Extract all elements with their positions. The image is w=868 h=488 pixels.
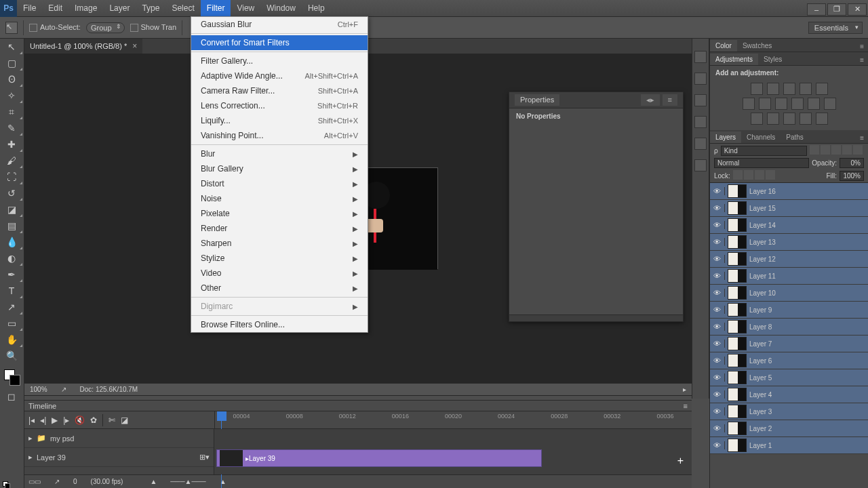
adj-levels-icon[interactable] xyxy=(767,83,779,95)
visibility-icon[interactable]: 👁 xyxy=(710,357,725,365)
layer-filter-icons[interactable] xyxy=(810,145,864,156)
visibility-icon[interactable]: 👁 xyxy=(710,373,725,382)
crop-tool-icon[interactable]: ⌗ xyxy=(0,104,23,120)
timeline-group-row[interactable]: ▸ 📁 my psd xyxy=(24,429,214,448)
menu-item-render[interactable]: Render▶ xyxy=(191,221,368,236)
layer-row[interactable]: 👁Layer 7 xyxy=(710,336,868,352)
auto-select-target[interactable]: Group xyxy=(86,22,125,33)
first-frame-icon[interactable]: |◂ xyxy=(28,415,35,425)
show-transform-checkbox[interactable]: Show Tran xyxy=(130,23,177,32)
menu-edit[interactable]: Edit xyxy=(42,0,68,16)
layer-thumbnail[interactable] xyxy=(728,354,747,367)
tab-layers[interactable]: Layers xyxy=(710,131,741,143)
visibility-icon[interactable]: 👁 xyxy=(710,238,725,246)
visibility-icon[interactable]: 👁 xyxy=(710,255,725,263)
collapse-icon[interactable]: ◂▸ xyxy=(641,94,660,106)
tab-styles[interactable]: Styles xyxy=(758,54,787,65)
adj-photo-filter-icon[interactable] xyxy=(791,98,804,110)
menu-item-video[interactable]: Video▶ xyxy=(191,266,368,281)
timeline-ruler[interactable]: 0000400008000120001600020000240002800032… xyxy=(214,411,692,428)
eyedropper-tool-icon[interactable]: ✎ xyxy=(0,120,23,136)
layer-thumbnail[interactable] xyxy=(728,201,747,215)
tab-color[interactable]: Color xyxy=(710,40,737,52)
move-tool-icon[interactable]: ↖ xyxy=(0,39,23,55)
properties-panel[interactable]: Properties ◂▸≡ No Properties xyxy=(509,92,684,322)
disclosure-icon[interactable]: ▸ xyxy=(28,434,33,443)
render-icon[interactable]: ↗ xyxy=(54,478,60,485)
layer-row[interactable]: 👁Layer 10 xyxy=(710,285,868,302)
visibility-icon[interactable]: 👁 xyxy=(710,204,725,212)
timeline-tab[interactable]: Timeline xyxy=(28,402,56,410)
visibility-icon[interactable]: 👁 xyxy=(710,306,725,314)
auto-select-checkbox[interactable]: Auto-Select: xyxy=(29,23,81,32)
fill-value[interactable]: 100% xyxy=(840,171,864,181)
clone-panel-icon[interactable] xyxy=(694,116,707,128)
adj-threshold-icon[interactable] xyxy=(783,113,795,125)
tab-adjustments[interactable]: Adjustments xyxy=(710,54,758,65)
mute-icon[interactable]: 🔇 xyxy=(75,415,85,425)
hand-tool-icon[interactable]: ✋ xyxy=(0,331,23,348)
menu-item-pixelate[interactable]: Pixelate▶ xyxy=(191,206,368,221)
panel-menu-icon[interactable]: ≡ xyxy=(684,402,688,410)
add-media-icon[interactable]: + xyxy=(677,455,684,467)
history-panel-icon[interactable] xyxy=(694,51,707,63)
menu-item-sharpen[interactable]: Sharpen▶ xyxy=(191,236,368,251)
wand-tool-icon[interactable]: ✧ xyxy=(0,87,23,104)
menu-help[interactable]: Help xyxy=(302,0,331,16)
menu-item[interactable]: Filter Gallery... xyxy=(191,54,368,68)
next-frame-icon[interactable]: |▸ xyxy=(63,415,69,425)
layer-thumbnail[interactable] xyxy=(728,371,747,384)
tab-channels[interactable]: Channels xyxy=(741,131,781,143)
panel-menu-icon[interactable]: ≡ xyxy=(663,94,677,106)
maximize-button[interactable]: ❐ xyxy=(827,3,846,16)
close-tab-icon[interactable]: × xyxy=(132,41,137,51)
pen-tool-icon[interactable]: ✒ xyxy=(0,266,23,283)
layer-row[interactable]: 👁Layer 4 xyxy=(710,386,868,403)
menu-item-smart-filters[interactable]: Convert for Smart Filters xyxy=(191,35,368,50)
menu-item-distort[interactable]: Distort▶ xyxy=(191,176,368,191)
layer-thumbnail[interactable] xyxy=(728,405,747,418)
video-clip[interactable]: ▸ Layer 39 xyxy=(216,449,542,467)
minimize-button[interactable]: – xyxy=(807,3,826,16)
layer-row[interactable]: 👁Layer 6 xyxy=(710,352,868,369)
menu-item-blur-gallery[interactable]: Blur Gallery▶ xyxy=(191,161,368,176)
menu-window[interactable]: Window xyxy=(260,0,302,16)
track-menu-icon[interactable]: ⊞▾ xyxy=(199,453,210,462)
menu-filter[interactable]: Filter xyxy=(201,0,231,16)
layer-row[interactable]: 👁Layer 8 xyxy=(710,319,868,336)
visibility-icon[interactable]: 👁 xyxy=(710,323,725,331)
visibility-icon[interactable]: 👁 xyxy=(710,390,725,399)
layer-thumbnail[interactable] xyxy=(728,269,747,283)
dodge-tool-icon[interactable]: ◐ xyxy=(0,250,23,266)
menu-item[interactable]: Vanishing Point...Alt+Ctrl+V xyxy=(191,128,368,143)
properties-resize[interactable] xyxy=(509,314,683,321)
adj-selective-icon[interactable] xyxy=(816,113,828,125)
visibility-icon[interactable]: 👁 xyxy=(710,441,725,449)
marquee-tool-icon[interactable]: ▢ xyxy=(0,55,23,71)
zoom-out-icon[interactable]: ▲ xyxy=(150,478,157,485)
layer-row[interactable]: 👁Layer 16 xyxy=(710,183,868,200)
settings-icon[interactable]: ✿ xyxy=(90,415,97,425)
disclosure-icon[interactable]: ▸ xyxy=(28,453,33,462)
menu-item-last-filter[interactable]: Gaussian BlurCtrl+F xyxy=(191,17,368,32)
menu-item-other[interactable]: Other▶ xyxy=(191,281,368,296)
layer-thumbnail[interactable] xyxy=(728,303,747,317)
layer-row[interactable]: 👁Layer 14 xyxy=(710,217,868,234)
visibility-icon[interactable]: 👁 xyxy=(710,221,725,229)
menu-type[interactable]: Type xyxy=(136,0,165,16)
visibility-icon[interactable]: 👁 xyxy=(710,424,725,432)
layer-thumbnail[interactable] xyxy=(728,218,747,232)
path-tool-icon[interactable]: ↗ xyxy=(0,299,23,315)
background-swatch[interactable] xyxy=(9,375,20,386)
layer-row[interactable]: 👁Layer 1 xyxy=(710,437,868,454)
gradient-tool-icon[interactable]: ▤ xyxy=(0,218,23,234)
color-swatches[interactable] xyxy=(0,368,24,388)
lasso-tool-icon[interactable]: ʘ xyxy=(0,71,23,87)
adj-balance-icon[interactable] xyxy=(759,98,771,110)
visibility-icon[interactable]: 👁 xyxy=(710,272,725,280)
document-tab[interactable]: Untitled-1 @ 100% (RGB/8) * × xyxy=(24,39,142,54)
tab-paths[interactable]: Paths xyxy=(781,131,809,143)
layer-row[interactable]: 👁Layer 2 xyxy=(710,420,868,437)
adj-curves-icon[interactable] xyxy=(783,83,795,95)
layer-row[interactable]: 👁Layer 13 xyxy=(710,234,868,251)
